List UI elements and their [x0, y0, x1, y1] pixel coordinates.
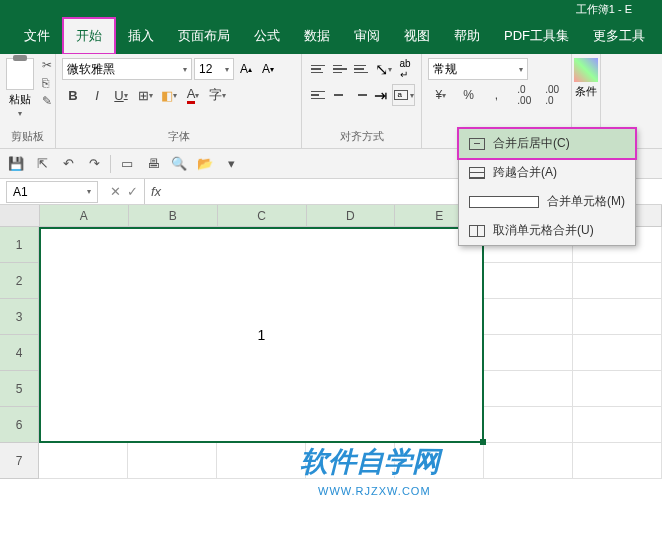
export-button[interactable]: ⇱: [32, 154, 52, 174]
print-button[interactable]: 🖶: [143, 154, 163, 174]
underline-button[interactable]: U▾: [110, 84, 132, 106]
font-size-value: 12: [199, 62, 212, 76]
font-size-select[interactable]: 12 ▾: [194, 58, 234, 80]
row-header[interactable]: 1: [0, 227, 38, 263]
menu-page-layout[interactable]: 页面布局: [166, 19, 242, 53]
select-all-corner[interactable]: [0, 205, 40, 226]
merge-across-icon: [469, 167, 485, 179]
font-name-select[interactable]: 微软雅黑 ▾: [62, 58, 192, 80]
decrease-font-button[interactable]: A▾: [258, 58, 278, 80]
name-box[interactable]: A1 ▾: [6, 181, 98, 203]
merge-icon: [394, 90, 408, 100]
fill-color-button[interactable]: ◧▾: [158, 84, 180, 106]
paste-button[interactable]: 粘贴 ▾: [6, 58, 34, 118]
row-header[interactable]: 6: [0, 407, 38, 443]
increase-font-button[interactable]: A▴: [236, 58, 256, 80]
indent-button[interactable]: ⇥: [371, 84, 390, 106]
italic-button[interactable]: I: [86, 84, 108, 106]
conditional-format-button[interactable]: 条件: [574, 58, 598, 99]
merge-across-option[interactable]: 跨越合并(A): [459, 158, 635, 187]
menu-help[interactable]: 帮助: [442, 19, 492, 53]
confirm-icon[interactable]: ✓: [127, 184, 138, 199]
cells-grid[interactable]: 1: [39, 227, 662, 479]
paste-icon: [6, 58, 34, 90]
menu-insert[interactable]: 插入: [116, 19, 166, 53]
unmerge-icon: [469, 225, 485, 237]
spreadsheet: A B C D E F G 1 2 3 4 5 6 7 1: [0, 205, 662, 479]
unmerge-option[interactable]: 取消单元格合并(U): [459, 216, 635, 245]
font-color-button[interactable]: A▾: [182, 84, 204, 106]
cell-value: 1: [258, 327, 266, 343]
open-button[interactable]: 📂: [195, 154, 215, 174]
workbook-title: 工作簿1 - E: [576, 3, 632, 15]
increase-decimal-button[interactable]: .0.00: [511, 84, 537, 106]
currency-button[interactable]: ¥▾: [428, 84, 454, 106]
print-preview-button[interactable]: 🔍: [169, 154, 189, 174]
conditional-icon: [574, 58, 598, 82]
clipboard-label: 剪贴板: [6, 127, 49, 146]
font-name-value: 微软雅黑: [67, 61, 115, 78]
merge-dropdown-menu: 合并后居中(C) 跨越合并(A) 合并单元格(M) 取消单元格合并(U): [458, 128, 636, 246]
border-button[interactable]: ⊞▾: [134, 84, 156, 106]
menu-home[interactable]: 开始: [62, 17, 116, 55]
decrease-decimal-button[interactable]: .00.0: [539, 84, 565, 106]
align-center-button[interactable]: [329, 84, 348, 106]
bold-button[interactable]: B: [62, 84, 84, 106]
menu-bar: 文件 开始 插入 页面布局 公式 数据 审阅 视图 帮助 PDF工具集 更多工具: [0, 18, 662, 54]
merge-center-option[interactable]: 合并后居中(C): [457, 127, 637, 160]
phonetic-button[interactable]: 字▾: [206, 84, 228, 106]
paste-label: 粘贴: [9, 92, 31, 107]
cancel-icon[interactable]: ✕: [110, 184, 121, 199]
align-middle-button[interactable]: [330, 58, 350, 80]
menu-more-tools[interactable]: 更多工具: [581, 19, 657, 53]
row-header[interactable]: 2: [0, 263, 38, 299]
row-header[interactable]: 7: [0, 443, 38, 479]
merge-center-icon: [469, 138, 485, 150]
qat-more-button[interactable]: ▾: [221, 154, 241, 174]
align-bottom-button[interactable]: [352, 58, 372, 80]
unmerge-label: 取消单元格合并(U): [493, 222, 594, 239]
alignment-label: 对齐方式: [308, 127, 415, 146]
merged-cell-a1-e6[interactable]: 1: [39, 227, 484, 443]
orientation-button[interactable]: ⤡▾: [373, 58, 393, 80]
menu-file[interactable]: 文件: [12, 19, 62, 53]
merge-across-label: 跨越合并(A): [493, 164, 557, 181]
align-left-button[interactable]: [308, 84, 327, 106]
chevron-down-icon: ▾: [225, 65, 229, 74]
col-header[interactable]: A: [40, 205, 129, 226]
save-button[interactable]: 💾: [6, 154, 26, 174]
chevron-down-icon: ▾: [18, 109, 22, 118]
menu-pdf-tools[interactable]: PDF工具集: [492, 19, 581, 53]
new-button[interactable]: ▭: [117, 154, 137, 174]
comma-button[interactable]: ,: [484, 84, 510, 106]
menu-view[interactable]: 视图: [392, 19, 442, 53]
align-right-button[interactable]: [350, 84, 369, 106]
undo-button[interactable]: ↶: [58, 154, 78, 174]
menu-formulas[interactable]: 公式: [242, 19, 292, 53]
row-header[interactable]: 5: [0, 371, 38, 407]
col-header[interactable]: D: [307, 205, 396, 226]
merge-cells-label: 合并单元格(M): [547, 193, 625, 210]
wrap-text-button[interactable]: ab↵: [395, 58, 415, 80]
align-top-button[interactable]: [308, 58, 328, 80]
col-header[interactable]: C: [218, 205, 307, 226]
row-header[interactable]: 3: [0, 299, 38, 335]
fx-icon[interactable]: fx: [145, 184, 167, 199]
row-header[interactable]: 4: [0, 335, 38, 371]
merge-center-button[interactable]: ▾: [392, 84, 415, 106]
number-format-select[interactable]: 常规 ▾: [428, 58, 528, 80]
font-label: 字体: [62, 127, 295, 146]
chevron-down-icon: ▾: [519, 65, 523, 74]
chevron-down-icon: ▾: [183, 65, 187, 74]
font-group: 微软雅黑 ▾ 12 ▾ A▴ A▾ B I U▾ ⊞▾ ◧▾ A▾ 字▾ 字体: [56, 54, 302, 148]
percent-button[interactable]: %: [456, 84, 482, 106]
chevron-down-icon: ▾: [87, 187, 91, 196]
menu-review[interactable]: 审阅: [342, 19, 392, 53]
menu-data[interactable]: 数据: [292, 19, 342, 53]
row-headers: 1 2 3 4 5 6 7: [0, 227, 39, 479]
col-header[interactable]: B: [129, 205, 218, 226]
merge-cells-icon: [469, 196, 539, 208]
redo-button[interactable]: ↷: [84, 154, 104, 174]
merge-cells-option[interactable]: 合并单元格(M): [459, 187, 635, 216]
clipboard-group: 粘贴 ▾ ✂ ⎘ ✎ 剪贴板: [0, 54, 56, 148]
